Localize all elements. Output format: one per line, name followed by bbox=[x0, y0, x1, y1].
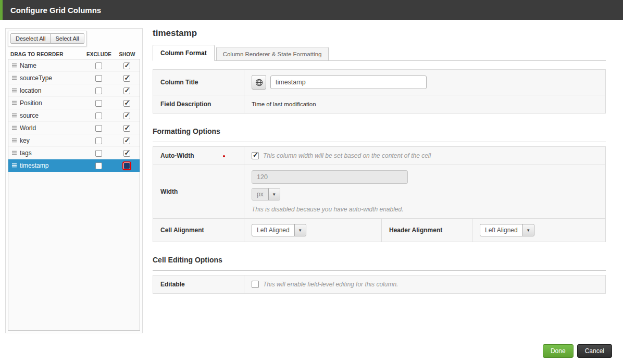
cell-editing-options-heading: Cell Editing Options bbox=[153, 256, 606, 271]
list-item[interactable]: Position bbox=[8, 97, 140, 109]
width-disabled-note: This is disabled because you have auto-w… bbox=[252, 206, 598, 213]
formatting-options-heading: Formatting Options bbox=[153, 127, 606, 142]
show-checkbox[interactable] bbox=[123, 162, 130, 169]
title-description-table: Column Title Field Description Time of l… bbox=[153, 69, 606, 114]
select-buttons-group: Deselect All Select All bbox=[8, 31, 87, 46]
drag-handle-icon[interactable] bbox=[11, 125, 20, 131]
show-header: SHOW bbox=[114, 52, 140, 57]
column-list-panel: Deselect All Select All DRAG TO REORDER … bbox=[5, 28, 143, 333]
column-detail-panel: timestamp Column Format Column Renderer … bbox=[153, 23, 606, 294]
list-item[interactable]: tags bbox=[8, 147, 140, 159]
show-checkbox[interactable] bbox=[123, 150, 130, 157]
list-item[interactable]: sourceType bbox=[8, 72, 140, 84]
column-name-label: source bbox=[20, 112, 83, 119]
dialog-footer: Done Cancel bbox=[543, 344, 612, 358]
field-description-value: Time of last modification bbox=[244, 95, 606, 114]
editable-label: Editable bbox=[153, 275, 244, 294]
tab-column-renderer-state-formatting[interactable]: Column Renderer & State Formatting bbox=[216, 47, 329, 61]
column-name-label: timestamp bbox=[20, 162, 83, 169]
header-alignment-select[interactable]: Left Aligned ▼ bbox=[480, 224, 534, 236]
show-checkbox[interactable] bbox=[123, 75, 130, 82]
show-checkbox[interactable] bbox=[123, 87, 130, 94]
chevron-down-icon: ▼ bbox=[268, 189, 280, 200]
exclude-checkbox[interactable] bbox=[95, 137, 102, 144]
exclude-checkbox[interactable] bbox=[95, 75, 102, 82]
dialog-title: Configure Grid Columns bbox=[3, 6, 101, 15]
width-unit-select: px ▼ bbox=[252, 188, 280, 200]
show-checkbox[interactable] bbox=[123, 112, 130, 119]
column-name-label: tags bbox=[20, 149, 83, 157]
width-input bbox=[252, 170, 408, 184]
tab-column-format[interactable]: Column Format bbox=[153, 45, 215, 61]
deselect-all-button[interactable]: Deselect All bbox=[10, 33, 51, 44]
exclude-checkbox[interactable] bbox=[95, 87, 102, 94]
width-row: Width px ▼ This is disabled because you … bbox=[153, 165, 606, 219]
drag-handle-icon[interactable] bbox=[11, 62, 20, 68]
drag-to-reorder-header: DRAG TO REORDER bbox=[8, 52, 84, 57]
column-name-label: Name bbox=[20, 62, 83, 69]
red-dot-annotation bbox=[223, 155, 225, 157]
column-name-label: key bbox=[20, 137, 83, 144]
auto-width-row: Auto-Width This column width will be set… bbox=[153, 147, 606, 165]
column-list: Name sourceType location Position bbox=[8, 59, 140, 331]
exclude-checkbox[interactable] bbox=[95, 125, 102, 132]
header-alignment-label: Header Alignment bbox=[382, 219, 472, 242]
list-item[interactable]: World bbox=[8, 122, 140, 134]
exclude-checkbox[interactable] bbox=[95, 100, 102, 107]
drag-handle-icon[interactable] bbox=[11, 162, 20, 168]
field-description-label: Field Description bbox=[153, 95, 244, 114]
drag-handle-icon[interactable] bbox=[11, 87, 20, 93]
configure-grid-columns-dialog: Configure Grid Columns Deselect All Sele… bbox=[0, 0, 623, 364]
auto-width-checkbox[interactable] bbox=[252, 152, 259, 159]
select-all-button[interactable]: Select All bbox=[50, 33, 84, 44]
column-title-row: Column Title bbox=[153, 70, 606, 95]
formatting-options-table: Auto-Width This column width will be set… bbox=[153, 146, 606, 242]
column-title-label: Column Title bbox=[153, 70, 244, 95]
dialog-header: Configure Grid Columns bbox=[0, 0, 623, 20]
list-item[interactable]: timestamp bbox=[8, 159, 140, 172]
auto-width-label: Auto-Width bbox=[160, 152, 194, 159]
list-item[interactable]: key bbox=[8, 134, 140, 147]
alignment-row: Cell Alignment Left Aligned ▼ Header Ali… bbox=[153, 219, 606, 242]
editable-checkbox[interactable] bbox=[252, 281, 259, 288]
drag-handle-icon[interactable] bbox=[11, 112, 20, 118]
cell-alignment-value: Left Aligned bbox=[252, 224, 294, 236]
header-alignment-value: Left Aligned bbox=[480, 224, 522, 236]
tab-bar: Column Format Column Renderer & State Fo… bbox=[153, 45, 606, 61]
done-button[interactable]: Done bbox=[543, 344, 574, 358]
chevron-down-icon: ▼ bbox=[522, 224, 534, 236]
cell-editing-table: Editable This will enable field-level ed… bbox=[153, 275, 606, 294]
exclude-checkbox[interactable] bbox=[95, 112, 102, 119]
page-title: timestamp bbox=[153, 28, 606, 39]
show-checkbox[interactable] bbox=[123, 125, 130, 132]
show-checkbox[interactable] bbox=[123, 62, 130, 69]
cancel-button[interactable]: Cancel bbox=[577, 344, 612, 358]
width-label: Width bbox=[153, 165, 244, 219]
column-title-input[interactable] bbox=[270, 76, 427, 89]
cell-alignment-label: Cell Alignment bbox=[153, 219, 244, 242]
exclude-checkbox[interactable] bbox=[95, 62, 102, 69]
show-checkbox[interactable] bbox=[123, 137, 130, 144]
field-description-row: Field Description Time of last modificat… bbox=[153, 95, 606, 114]
show-checkbox[interactable] bbox=[123, 100, 130, 107]
exclude-checkbox[interactable] bbox=[95, 162, 102, 169]
editable-note: This will enable field-level editing for… bbox=[263, 281, 398, 288]
list-item[interactable]: source bbox=[8, 109, 140, 122]
globe-icon bbox=[255, 79, 263, 86]
drag-handle-icon[interactable] bbox=[11, 150, 20, 156]
column-name-label: sourceType bbox=[20, 74, 83, 82]
list-item[interactable]: location bbox=[8, 84, 140, 97]
drag-handle-icon[interactable] bbox=[11, 100, 20, 106]
editable-row: Editable This will enable field-level ed… bbox=[153, 275, 606, 294]
drag-handle-icon[interactable] bbox=[11, 75, 20, 81]
auto-width-note: This column width will be set based on t… bbox=[263, 152, 431, 159]
list-item[interactable]: Name bbox=[8, 59, 140, 72]
column-list-headers: DRAG TO REORDER EXCLUDE SHOW bbox=[8, 52, 140, 57]
chevron-down-icon: ▼ bbox=[294, 224, 306, 236]
drag-handle-icon[interactable] bbox=[11, 137, 20, 143]
column-name-label: location bbox=[20, 87, 83, 94]
globe-button[interactable] bbox=[252, 75, 266, 90]
width-unit-value: px bbox=[252, 189, 268, 200]
exclude-checkbox[interactable] bbox=[95, 150, 102, 157]
cell-alignment-select[interactable]: Left Aligned ▼ bbox=[252, 224, 306, 236]
